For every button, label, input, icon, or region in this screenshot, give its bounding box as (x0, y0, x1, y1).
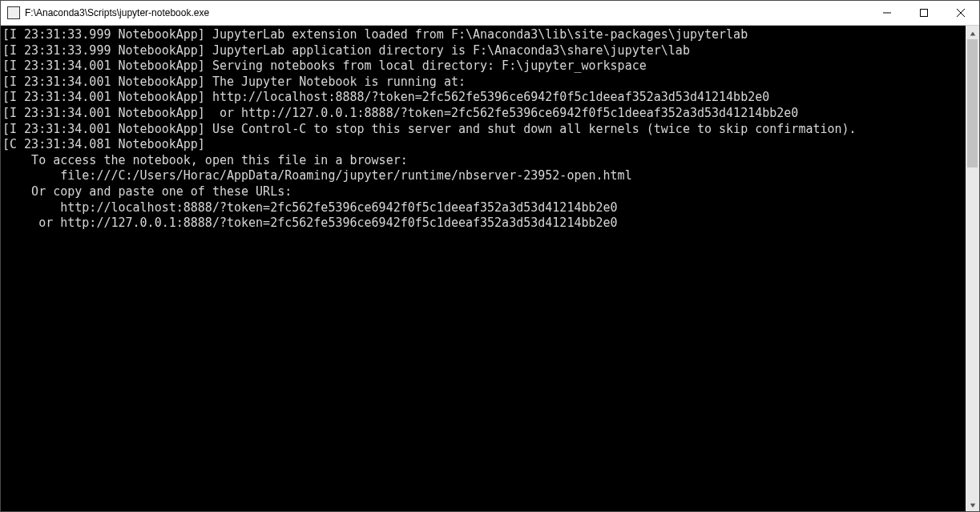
vertical-scrollbar[interactable] (966, 26, 979, 511)
log-line: [I 23:31:34.001 NotebookApp] Use Control… (2, 122, 966, 138)
scroll-up-button[interactable] (966, 26, 979, 39)
console-text: [I 23:31:33.999 NotebookApp] JupyterLab … (1, 27, 966, 232)
log-line: [C 23:31:34.081 NotebookApp] (2, 137, 966, 153)
log-line: [I 23:31:33.999 NotebookApp] JupyterLab … (2, 43, 966, 59)
window-frame: F:\Anaconda3\Scripts\jupyter-notebook.ex… (0, 0, 980, 512)
svg-marker-4 (970, 31, 974, 35)
close-button[interactable] (942, 1, 979, 25)
scroll-down-button[interactable] (966, 498, 979, 511)
log-line: [I 23:31:34.001 NotebookApp] http://loca… (2, 90, 966, 106)
client-area: [I 23:31:33.999 NotebookApp] JupyterLab … (1, 26, 979, 511)
scroll-thumb[interactable] (967, 39, 978, 167)
log-line: or http://127.0.0.1:8888/?token=2fc562fe… (2, 216, 966, 232)
maximize-button[interactable] (905, 1, 942, 25)
svg-rect-1 (921, 10, 928, 17)
console-output[interactable]: [I 23:31:33.999 NotebookApp] JupyterLab … (1, 26, 966, 511)
chevron-up-icon (970, 26, 976, 40)
close-icon (957, 6, 965, 20)
titlebar[interactable]: F:\Anaconda3\Scripts\jupyter-notebook.ex… (1, 1, 979, 26)
minimize-icon (883, 6, 891, 20)
log-line: file:///C:/Users/Horac/AppData/Roaming/j… (2, 168, 966, 184)
log-line: [I 23:31:34.001 NotebookApp] The Jupyter… (2, 75, 966, 91)
log-line: [I 23:31:34.001 NotebookApp] Serving not… (2, 58, 966, 75)
log-line: http://localhost:8888/?token=2fc562fe539… (2, 200, 966, 216)
scroll-track[interactable] (966, 39, 979, 498)
log-line: Or copy and paste one of these URLs: (2, 184, 966, 200)
log-line: [I 23:31:33.999 NotebookApp] JupyterLab … (2, 27, 966, 43)
svg-marker-5 (970, 503, 974, 507)
log-line: To access the notebook, open this file i… (2, 153, 966, 169)
log-line: [I 23:31:34.001 NotebookApp] or http://1… (2, 106, 966, 122)
window-title: F:\Anaconda3\Scripts\jupyter-notebook.ex… (25, 7, 209, 18)
minimize-button[interactable] (869, 1, 905, 25)
chevron-down-icon (970, 498, 976, 512)
app-icon (7, 6, 20, 19)
maximize-icon (920, 6, 928, 20)
